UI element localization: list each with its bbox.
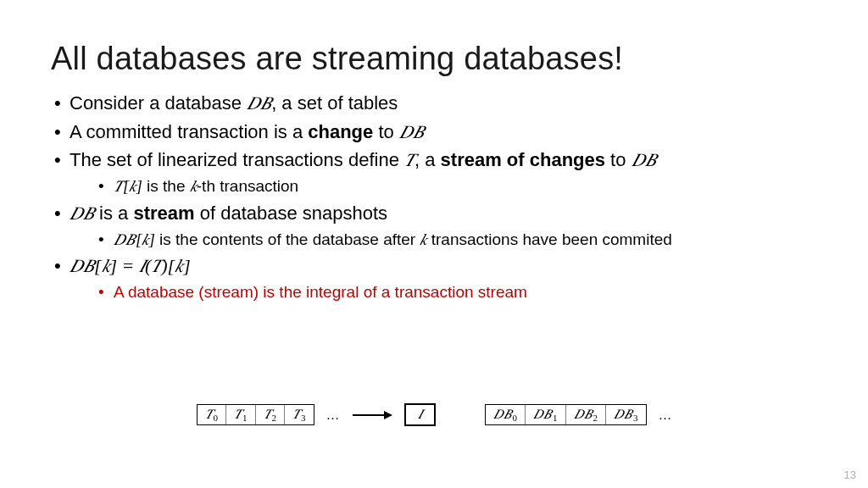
bold-text: stream of changes — [441, 149, 605, 170]
text: is a — [94, 202, 133, 224]
math: 𝐷𝐵[𝑘] = 𝐼(𝑇)[𝑘] — [70, 255, 191, 276]
cell-sym: 𝑇 — [292, 408, 300, 421]
math: 𝑘 — [190, 177, 197, 195]
cell-sub: 3 — [633, 413, 638, 423]
ellipsis: … — [659, 408, 672, 423]
cell-sub: 3 — [301, 413, 306, 423]
page-number: 13 — [844, 469, 856, 481]
bullet-1: Consider a database 𝐷𝐵, a set of tables — [51, 90, 817, 117]
bullet-5: 𝐷𝐵[𝑘] = 𝐼(𝑇)[𝑘] A database (stream) is t… — [51, 252, 817, 303]
tape-cell: 𝑇1 — [226, 405, 256, 424]
text: -th transaction — [197, 177, 298, 195]
tape-cell: 𝑇3 — [285, 405, 314, 424]
text: transactions have been commited — [426, 230, 671, 248]
bullet-2: A committed transaction is a change to 𝐷… — [51, 119, 817, 146]
math: 𝐷𝐵 — [399, 121, 424, 142]
bullet-4: 𝐷𝐵 is a stream of database snapshots 𝐷𝐵[… — [51, 200, 817, 251]
cell-sym: 𝐷𝐵 — [493, 408, 512, 421]
text: The set of linearized transactions defin… — [70, 149, 404, 170]
cell-sub: 1 — [553, 413, 558, 423]
tape-cell: 𝐷𝐵0 — [486, 405, 526, 424]
text: of database snapshots — [195, 202, 388, 224]
tape-cell: 𝐷𝐵2 — [566, 405, 607, 424]
cell-sym: 𝑇 — [264, 408, 271, 421]
transaction-tape: 𝑇0 𝑇1 𝑇2 𝑇3 — [197, 404, 314, 425]
text: is the — [142, 177, 190, 195]
text: to — [605, 149, 632, 170]
sub-list: 𝐷𝐵[𝑘] is the contents of the database af… — [70, 228, 817, 252]
cell-sub: 2 — [272, 413, 277, 423]
text: is the contents of the database after — [155, 230, 420, 248]
text: , a — [415, 149, 441, 170]
tape-cell: 𝐷𝐵3 — [606, 405, 646, 424]
bullet-3: The set of linearized transactions defin… — [51, 147, 817, 197]
math: 𝐷𝐵[𝑘] — [114, 230, 155, 248]
sub-list-red: A database (stream) is the integral of a… — [70, 280, 817, 304]
cell-sym: 𝐷𝐵 — [614, 408, 632, 421]
text: , a set of tables — [271, 92, 398, 114]
sub-list: 𝑇[𝑘] is the 𝑘-th transaction — [70, 175, 817, 198]
tape-cell: 𝑇0 — [198, 405, 227, 424]
ellipsis: … — [326, 408, 340, 423]
math: 𝑇 — [404, 149, 415, 170]
cell-sym: 𝑇 — [205, 408, 213, 421]
database-tape: 𝐷𝐵0 𝐷𝐵1 𝐷𝐵2 𝐷𝐵3 — [485, 404, 647, 425]
integral-box: 𝐼 — [404, 403, 436, 426]
bold-text: change — [308, 121, 373, 142]
cell-sub: 0 — [513, 413, 518, 423]
tape-cell: 𝑇2 — [256, 405, 286, 424]
text: A committed transaction is a — [70, 121, 308, 142]
bullet-list: Consider a database 𝐷𝐵, a set of tables … — [51, 90, 817, 304]
bullet-3a: 𝑇[𝑘] is the 𝑘-th transaction — [98, 175, 817, 198]
svg-marker-1 — [384, 411, 392, 419]
arrow-icon — [352, 409, 392, 421]
diagram: 𝑇0 𝑇1 𝑇2 𝑇3 … 𝐼 𝐷𝐵0 𝐷𝐵1 𝐷𝐵2 𝐷𝐵3 … — [0, 403, 868, 426]
bullet-4a: 𝐷𝐵[𝑘] is the contents of the database af… — [98, 228, 817, 252]
tape-cell: 𝐷𝐵1 — [526, 405, 566, 424]
cell-sub: 1 — [242, 413, 248, 423]
bold-text: stream — [133, 202, 194, 224]
cell-sub: 0 — [214, 413, 219, 423]
text: Consider a database — [70, 92, 247, 114]
cell-sub: 2 — [593, 413, 598, 423]
math: 𝑇[𝑘] — [114, 177, 142, 195]
cell-sym: 𝐷𝐵 — [574, 408, 593, 421]
math: 𝐷𝐵 — [70, 202, 94, 224]
math: 𝐷𝐵 — [247, 92, 271, 114]
cell-sym: 𝑇 — [234, 408, 242, 421]
slide-title: All databases are streaming databases! — [51, 41, 817, 78]
math: 𝐷𝐵 — [632, 149, 656, 170]
cell-sym: 𝐷𝐵 — [533, 408, 552, 421]
slide: All databases are streaming databases! C… — [0, 0, 868, 488]
text: to — [373, 121, 399, 142]
bullet-5a: A database (stream) is the integral of a… — [98, 280, 817, 304]
